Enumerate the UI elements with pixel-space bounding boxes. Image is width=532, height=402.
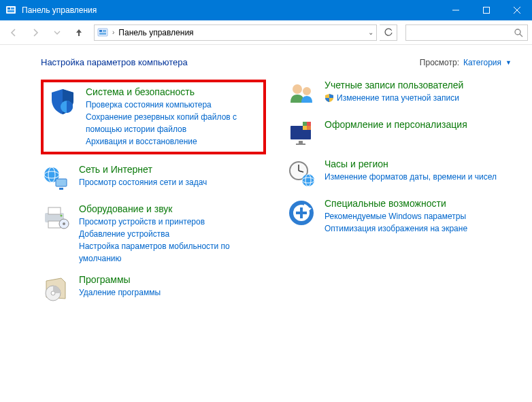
category-title[interactable]: Программы — [79, 274, 266, 285]
printer-icon — [41, 203, 71, 233]
task-link[interactable]: Проверка состояния компьютера — [86, 99, 261, 111]
refresh-button[interactable] — [380, 24, 397, 41]
svg-point-25 — [63, 222, 65, 225]
view-by-value: Категория — [463, 58, 501, 67]
category-title[interactable]: Учетные записи пользователей — [325, 80, 512, 90]
svg-point-23 — [61, 215, 63, 217]
svg-rect-21 — [48, 207, 61, 214]
category-title[interactable]: Система и безопасность — [86, 86, 261, 97]
category-ease-of-access: Специальные возможности Рекомендуемые Wi… — [286, 198, 512, 235]
search-input[interactable] — [405, 24, 528, 41]
back-button[interactable] — [4, 23, 23, 42]
task-link[interactable]: Оптимизация изображения на экране — [325, 222, 512, 235]
recent-dropdown[interactable] — [48, 23, 67, 42]
highlight-box: Система и безопасность Проверка состояни… — [41, 80, 266, 154]
svg-rect-0 — [6, 6, 16, 14]
breadcrumb-separator-icon: › — [112, 29, 114, 36]
task-link[interactable]: Изменение типа учетной записи — [337, 92, 459, 104]
category-title[interactable]: Оформление и персонализация — [325, 119, 512, 130]
breadcrumb[interactable]: Панель управления — [118, 28, 193, 37]
view-by-label: Просмотр: — [420, 58, 459, 67]
category-network: Сеть и Интернет Просмотр состояния сети … — [41, 164, 266, 194]
category-title[interactable]: Сеть и Интернет — [79, 164, 266, 175]
task-link[interactable]: Изменение форматов даты, времени и чисел — [325, 171, 512, 183]
svg-rect-11 — [99, 33, 106, 35]
task-link[interactable]: Рекомендуемые Windows параметры — [325, 210, 512, 222]
page-title: Настройка параметров компьютера — [41, 57, 188, 67]
svg-rect-9 — [99, 30, 102, 32]
svg-rect-33 — [303, 122, 307, 126]
task-link[interactable]: Архивация и восстановление — [86, 135, 261, 148]
task-link[interactable]: Просмотр состояния сети и задач — [79, 176, 266, 188]
close-button[interactable] — [501, 0, 532, 20]
svg-rect-36 — [307, 126, 311, 130]
svg-line-13 — [520, 34, 522, 37]
category-title[interactable]: Оборудование и звук — [79, 203, 266, 214]
svg-rect-10 — [103, 30, 106, 32]
svg-point-12 — [515, 29, 520, 35]
svg-rect-5 — [483, 7, 489, 14]
control-panel-icon — [97, 27, 108, 38]
task-link[interactable]: Настройка параметров мобильности по умол… — [79, 240, 266, 265]
svg-point-29 — [303, 87, 311, 95]
chevron-down-icon: ▼ — [505, 59, 512, 66]
category-hardware: Оборудование и звук Просмотр устройств и… — [41, 203, 266, 265]
category-clock-region: Часы и регион Изменение форматов даты, в… — [286, 158, 512, 188]
uac-shield-icon — [325, 93, 334, 103]
app-icon — [5, 5, 16, 16]
window-title: Панель управления — [22, 5, 97, 15]
category-title[interactable]: Часы и регион — [325, 158, 512, 169]
content-area: Настройка параметров компьютера Просмотр… — [0, 45, 532, 318]
clock-globe-icon — [286, 158, 316, 188]
address-bar[interactable]: › Панель управления ⌄ — [94, 24, 377, 41]
svg-rect-34 — [307, 122, 311, 126]
category-user-accounts: Учетные записи пользователей Изменение т… — [286, 80, 512, 110]
maximize-button[interactable] — [471, 0, 501, 20]
address-bar-row: › Панель управления ⌄ — [0, 20, 532, 45]
globe-network-icon — [41, 164, 71, 194]
svg-rect-2 — [11, 7, 14, 10]
category-programs: Программы Удаление программы — [41, 274, 266, 304]
view-by-selector[interactable]: Просмотр: Категория ▼ — [420, 58, 512, 67]
up-button[interactable] — [69, 23, 88, 42]
ease-of-access-icon — [286, 198, 316, 228]
svg-rect-22 — [48, 221, 61, 228]
chevron-down-icon[interactable]: ⌄ — [368, 29, 373, 36]
svg-rect-3 — [7, 10, 14, 12]
task-link[interactable]: Просмотр устройств и принтеров — [79, 216, 266, 228]
svg-rect-19 — [59, 188, 63, 190]
svg-point-27 — [51, 291, 55, 295]
category-title[interactable]: Специальные возможности — [325, 198, 512, 209]
svg-point-40 — [302, 174, 314, 186]
minimize-button[interactable] — [440, 0, 471, 20]
forward-button[interactable] — [26, 23, 45, 42]
task-link[interactable]: Добавление устройства — [79, 228, 266, 240]
svg-rect-31 — [299, 141, 303, 144]
search-icon — [514, 28, 523, 37]
svg-rect-8 — [98, 29, 107, 36]
svg-rect-32 — [296, 144, 305, 145]
svg-rect-1 — [7, 7, 10, 10]
svg-rect-18 — [56, 179, 67, 186]
title-bar: Панель управления — [0, 0, 532, 20]
category-appearance: Оформление и персонализация — [286, 119, 512, 149]
disc-box-icon — [41, 274, 71, 304]
shield-icon — [48, 86, 78, 116]
task-link[interactable]: Удаление программы — [79, 286, 266, 299]
svg-rect-35 — [303, 126, 307, 130]
monitor-colors-icon — [286, 119, 316, 149]
task-link[interactable]: Сохранение резервных копий файлов с помо… — [86, 111, 261, 135]
category-system-security: Система и безопасность Проверка состояни… — [48, 86, 261, 148]
svg-point-28 — [293, 84, 302, 94]
users-icon — [286, 80, 316, 110]
